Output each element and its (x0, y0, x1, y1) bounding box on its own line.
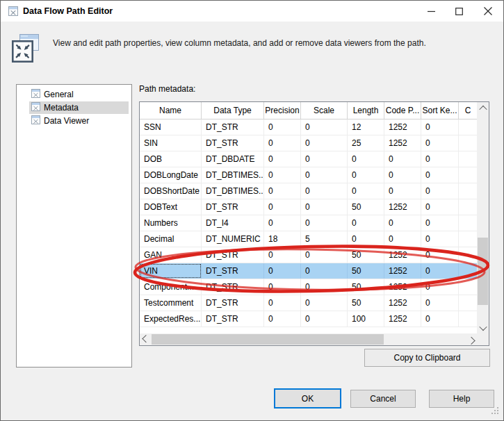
table-row[interactable]: SSNDT_STR001212520 (140, 119, 477, 135)
cell (459, 247, 477, 263)
table-row[interactable]: Component...DT_STR005012520 (140, 279, 477, 295)
horizontal-scrollbar[interactable] (140, 333, 477, 345)
cell (459, 135, 477, 151)
cell: 0 (301, 215, 348, 231)
cell: 0 (264, 199, 301, 215)
cell: 0 (264, 151, 301, 167)
dialog-description: View and edit path properties, view colu… (53, 38, 491, 48)
cell: 1252 (384, 263, 421, 279)
cell: DOBText (140, 199, 202, 215)
column-header-scale[interactable]: Scale (301, 102, 348, 119)
cell: 0 (421, 135, 459, 151)
cell: 1252 (384, 119, 421, 135)
sidebar-item-label: Data Viewer (44, 116, 89, 126)
cell: 0 (301, 295, 348, 311)
data-flow-path-editor-dialog: Data Flow Path Editor View and edit path… (0, 0, 504, 421)
table-row[interactable]: TestcommentDT_STR005012520 (140, 295, 477, 311)
cell: 0 (421, 295, 459, 311)
cell: 0 (264, 167, 301, 183)
column-header-code-p[interactable]: Code P... (384, 102, 421, 119)
cell: DT_NUMERIC (202, 231, 264, 247)
cell: 0 (301, 135, 348, 151)
cell: 0 (301, 247, 348, 263)
column-header-sort-ke[interactable]: Sort Ke... (421, 102, 459, 119)
cell (459, 295, 477, 311)
resize-grip[interactable] (491, 406, 499, 417)
table-row[interactable]: DOBDT_DBDATE00000 (140, 151, 477, 167)
cell: 50 (348, 279, 384, 295)
cell: 0 (264, 135, 301, 151)
sidebar-item-data-viewer[interactable]: Data Viewer (29, 115, 129, 127)
cell: VIN (140, 263, 202, 279)
cell: 0 (421, 279, 459, 295)
column-header-precision[interactable]: Precision (264, 102, 301, 119)
cell: DT_STR (202, 295, 264, 311)
cell: 50 (348, 199, 384, 215)
vertical-scrollbar-thumb[interactable] (478, 238, 488, 305)
column-header-data-type[interactable]: Data Type (202, 102, 264, 119)
minimize-icon[interactable] (417, 1, 445, 22)
cell: 0 (384, 167, 421, 183)
path-editor-large-icon (10, 33, 41, 67)
cell: 0 (301, 199, 348, 215)
cell: Testcomment (140, 295, 202, 311)
sidebar-item-metadata[interactable]: Metadata (29, 101, 129, 114)
cell: 100 (348, 311, 384, 327)
table-row[interactable]: DOBTextDT_STR005012520 (140, 199, 477, 215)
maximize-icon[interactable] (445, 1, 473, 22)
scroll-right-icon[interactable] (465, 333, 477, 345)
cell: DT_DBTIMES... (202, 183, 264, 199)
table-row[interactable]: DOBLongDateDT_DBTIMES...00000 (140, 167, 477, 183)
cell (459, 151, 477, 167)
close-icon[interactable] (474, 1, 502, 22)
table-row[interactable]: DecimalDT_NUMERIC185000 (140, 231, 477, 247)
scroll-up-icon[interactable] (477, 102, 489, 114)
help-button[interactable]: Help (429, 390, 494, 408)
cell (459, 167, 477, 183)
cell: 0 (421, 215, 459, 231)
cell: SIN (140, 135, 202, 151)
cell: DT_STR (202, 263, 264, 279)
cell: ExpectedRes... (140, 311, 202, 327)
column-header-length[interactable]: Length (348, 102, 384, 119)
cell (459, 263, 477, 279)
cell: 0 (264, 295, 301, 311)
cell: 0 (384, 183, 421, 199)
cell: 0 (421, 247, 459, 263)
sidebar-item-general[interactable]: General (29, 88, 129, 101)
column-header-c[interactable]: C (459, 102, 477, 119)
column-header-name[interactable]: Name (140, 102, 202, 119)
cell: 0 (264, 183, 301, 199)
table-row[interactable]: SINDT_STR002512520 (140, 135, 477, 151)
cell (459, 311, 477, 327)
cell: 1252 (384, 199, 421, 215)
cell: DT_STR (202, 135, 264, 151)
horizontal-scrollbar-thumb[interactable] (152, 334, 384, 345)
cell: 0 (301, 279, 348, 295)
cell: DT_STR (202, 199, 264, 215)
nav-tree: GeneralMetadataData Viewer (16, 84, 132, 368)
table-row[interactable]: NumbersDT_I400000 (140, 215, 477, 231)
copy-to-clipboard-button[interactable]: Copy to Clipboard (364, 349, 490, 367)
cell: 1252 (384, 295, 421, 311)
ok-button[interactable]: OK (274, 388, 341, 408)
vertical-scrollbar[interactable] (477, 102, 489, 333)
table-row[interactable]: ExpectedRes...DT_STR0010012520 (140, 311, 477, 327)
path-editor-icon (31, 89, 40, 100)
cell: DOBLongDate (140, 167, 202, 183)
cell: 0 (348, 231, 384, 247)
table-row[interactable]: DOBShortDateDT_DBTIMES...00000 (140, 183, 477, 199)
cell: 0 (264, 279, 301, 295)
title-bar: Data Flow Path Editor (1, 1, 503, 22)
scroll-down-icon[interactable] (477, 322, 489, 333)
cell: DT_STR (202, 279, 264, 295)
cell: 0 (348, 151, 384, 167)
table-row[interactable]: VINDT_STR005012520 (140, 263, 477, 279)
cell (459, 231, 477, 247)
table-row[interactable]: GANDT_STR005012520 (140, 247, 477, 263)
path-metadata-label: Path metadata: (139, 84, 195, 94)
cell: 0 (421, 183, 459, 199)
cancel-button[interactable]: Cancel (350, 390, 416, 408)
scroll-left-icon[interactable] (140, 333, 152, 345)
cell: 12 (348, 119, 384, 135)
